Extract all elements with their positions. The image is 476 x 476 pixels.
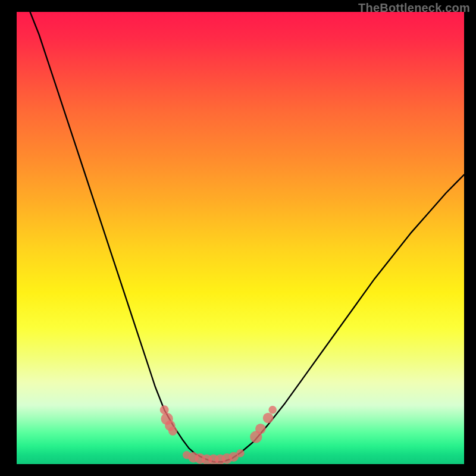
bottleneck-curve xyxy=(30,12,464,462)
marker-point xyxy=(268,406,277,414)
marker-point xyxy=(168,427,177,436)
curve-svg xyxy=(17,12,464,464)
chart-frame: TheBottleneck.com xyxy=(0,0,476,476)
marker-point xyxy=(255,424,266,434)
marker-group xyxy=(160,405,277,464)
plot-area xyxy=(17,12,464,464)
marker-point xyxy=(236,449,245,458)
marker-point xyxy=(263,413,274,424)
